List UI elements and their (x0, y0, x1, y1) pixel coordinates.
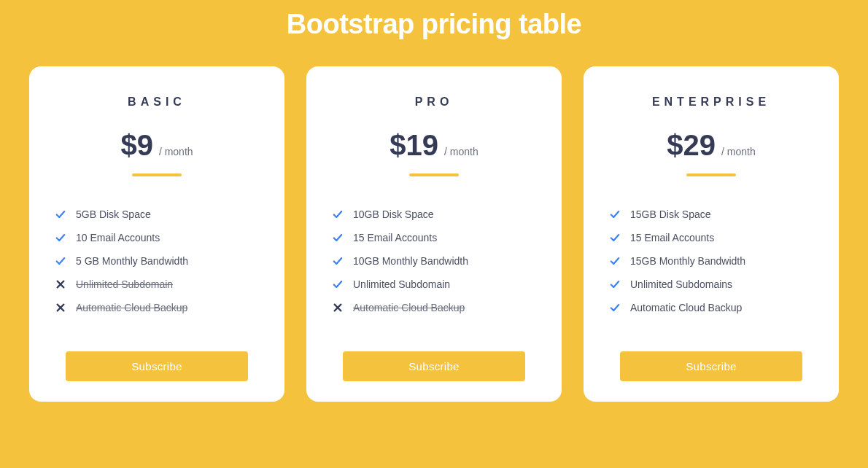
feature-list: 10GB Disk Space15 Email Accounts10GB Mon… (333, 203, 535, 319)
feature-text: Unlimited Subdomain (353, 278, 450, 290)
accent-underline (686, 173, 736, 176)
feature-item: 15GB Monthly Bandwidth (610, 249, 813, 273)
feature-text: Automatic Cloud Backup (353, 302, 465, 313)
feature-item: 10 Email Accounts (55, 226, 258, 249)
check-icon (55, 256, 66, 266)
subscribe-button[interactable]: Subscribe (66, 351, 248, 381)
feature-text: 15 Email Accounts (630, 232, 714, 243)
price-row: $19 / month (390, 129, 478, 162)
feature-item: Automatic Cloud Backup (333, 296, 535, 319)
check-icon (610, 256, 620, 266)
plan-name: ENTERPRISE (652, 95, 770, 109)
price-row: $29 / month (667, 129, 755, 162)
plan-card-pro: PRO $19 / month 10GB Disk Space15 Email … (306, 66, 562, 402)
feature-item: 15 Email Accounts (333, 226, 535, 249)
plan-price: $29 (667, 129, 716, 162)
feature-item: 15GB Disk Space (610, 203, 813, 226)
pricing-cards: BASIC $9 / month 5GB Disk Space10 Email … (29, 66, 839, 402)
check-icon (333, 256, 343, 266)
feature-item: 10GB Disk Space (333, 203, 535, 226)
feature-item: 15 Email Accounts (610, 226, 813, 249)
plan-price: $19 (390, 129, 438, 162)
plan-name: BASIC (128, 95, 186, 109)
feature-text: Automatic Cloud Backup (630, 302, 742, 313)
feature-item: Unlimited Subdomain (55, 273, 258, 296)
feature-text: Unlimited Subdomain (76, 278, 173, 290)
feature-item: Unlimited Subdomain (333, 273, 535, 296)
feature-text: 10 Email Accounts (76, 232, 160, 243)
feature-text: 15 Email Accounts (353, 232, 437, 243)
feature-list: 15GB Disk Space15 Email Accounts15GB Mon… (610, 203, 813, 319)
feature-text: 15GB Monthly Bandwidth (630, 255, 745, 267)
page-title: Bootstrap pricing table (287, 9, 581, 40)
plan-name: PRO (415, 95, 454, 109)
plan-price: $9 (120, 129, 153, 162)
feature-item: Unlimited Subdomains (610, 273, 813, 296)
check-icon (333, 233, 343, 243)
accent-underline (409, 173, 459, 176)
accent-underline (132, 173, 182, 176)
x-icon (55, 279, 66, 289)
feature-list: 5GB Disk Space10 Email Accounts5 GB Mont… (55, 203, 258, 319)
check-icon (55, 209, 66, 219)
feature-item: 10GB Monthly Bandwidth (333, 249, 535, 273)
feature-item: 5 GB Monthly Bandwidth (55, 249, 258, 273)
feature-item: 5GB Disk Space (55, 203, 258, 226)
x-icon (333, 303, 343, 313)
x-icon (55, 303, 66, 313)
check-icon (333, 279, 343, 289)
plan-card-basic: BASIC $9 / month 5GB Disk Space10 Email … (29, 66, 284, 402)
check-icon (610, 233, 620, 243)
subscribe-button[interactable]: Subscribe (620, 351, 802, 381)
plan-period: / month (721, 146, 756, 157)
feature-text: 5 GB Monthly Bandwidth (76, 255, 188, 267)
check-icon (333, 209, 343, 219)
check-icon (610, 303, 620, 313)
plan-card-enterprise: ENTERPRISE $29 / month 15GB Disk Space15… (584, 66, 839, 402)
feature-text: 15GB Disk Space (630, 208, 711, 220)
check-icon (55, 233, 66, 243)
feature-text: 10GB Monthly Bandwidth (353, 255, 468, 267)
feature-text: 5GB Disk Space (76, 208, 151, 220)
feature-text: Unlimited Subdomains (630, 278, 732, 290)
feature-item: Automatic Cloud Backup (610, 296, 813, 319)
feature-text: 10GB Disk Space (353, 208, 434, 220)
subscribe-button[interactable]: Subscribe (343, 351, 525, 381)
feature-item: Automatic Cloud Backup (55, 296, 258, 319)
price-row: $9 / month (120, 129, 193, 162)
check-icon (610, 209, 620, 219)
check-icon (610, 279, 620, 289)
feature-text: Automatic Cloud Backup (76, 302, 187, 313)
plan-period: / month (444, 146, 478, 157)
plan-period: / month (159, 146, 193, 157)
